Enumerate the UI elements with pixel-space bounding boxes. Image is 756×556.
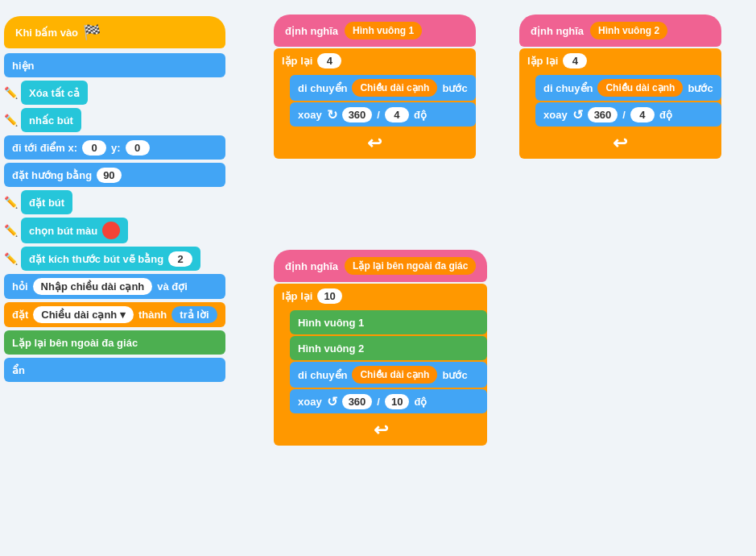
loop-top-2[interactable]: lặp lại 4	[519, 48, 721, 73]
loop-arrow-2: ↩	[613, 133, 627, 154]
dat-but-row: ✏️ đặt bút	[4, 190, 225, 214]
outer-loop-stack: định nghĩa Lặp lại bên ngoài đa giác lặp…	[274, 250, 487, 446]
define-hinh-vuong-1[interactable]: định nghĩa Hình vuông 1	[274, 15, 476, 47]
size-block[interactable]: đặt kích thước bút vẽ bằng 2	[21, 247, 200, 271]
hat-block[interactable]: Khi bấm vào 🏁	[4, 16, 225, 48]
define-outer-loop[interactable]: định nghĩa Lặp lại bên ngoài đa giác	[274, 250, 487, 282]
pencil-icon3: ✏️	[4, 196, 18, 209]
loop-arrow-outer: ↩	[374, 420, 388, 441]
turn-4-2[interactable]: 4	[630, 107, 655, 122]
turn-360-1[interactable]: 360	[342, 107, 373, 122]
loop-top-1[interactable]: lặp lại 4	[274, 48, 476, 73]
x-input[interactable]: 0	[82, 140, 106, 156]
hinh-vuong-2-param: Hình vuông 2	[590, 22, 667, 39]
loop-count-1[interactable]: 4	[317, 53, 341, 68]
outer-loop-param: Lặp lại bên ngoài đa giác	[345, 257, 476, 275]
xoa-row: ✏️ Xóa tất cả	[4, 81, 225, 105]
move-block-2[interactable]: di chuyển Chiều dài cạnh bước	[535, 75, 721, 101]
color-circle[interactable]	[102, 222, 120, 239]
move-param-1: Chiều dài cạnh	[352, 79, 437, 97]
define-hinh-vuong-2[interactable]: định nghĩa Hình vuông 2	[519, 15, 721, 47]
size-row: ✏️ đặt kích thước bút vẽ bằng 2	[4, 247, 225, 271]
outer-loop-call[interactable]: Lặp lại bên ngoài đa giác	[4, 330, 225, 355]
direction-input[interactable]: 90	[97, 168, 121, 183]
turn-4-1[interactable]: 4	[385, 107, 409, 122]
turn-10-outer[interactable]: 10	[385, 394, 409, 409]
left-panel: Khi bấm vào 🏁 hiện ✏️ Xóa tất cả ✏️ nhấc…	[4, 16, 225, 382]
turn-360-2[interactable]: 360	[588, 107, 618, 122]
turn-block-1[interactable]: xoay ↻ 360 / 4 độ	[290, 102, 476, 127]
move-param-2: Chiều dài cạnh	[597, 79, 683, 97]
var-name[interactable]: Chiều dài cạnh ▾	[33, 306, 134, 323]
loop-arrow-1: ↩	[367, 133, 382, 154]
turn-icon-outer: ↺	[327, 394, 337, 409]
dat-but-block[interactable]: đặt bút	[21, 190, 72, 214]
turn-icon-1: ↻	[327, 107, 337, 122]
size-input[interactable]: 2	[168, 251, 192, 267]
turn-block-outer[interactable]: xoay ↺ 360 / 10 độ	[290, 389, 487, 413]
set-var-block[interactable]: đặt Chiều dài cạnh ▾ thành trả lời	[4, 302, 225, 327]
loop-hinh-vuong-2: lặp lại 4 di chuyển Chiều dài cạnh bước …	[519, 48, 721, 159]
set-direction-block[interactable]: đặt hướng bằng 90	[4, 163, 225, 187]
call-hinh-vuong-2[interactable]: Hình vuông 2	[290, 336, 487, 360]
pencil-icon2: ✏️	[4, 114, 18, 127]
goto-block[interactable]: đi tới điểm x: 0 y: 0	[4, 135, 225, 160]
move-param-outer: Chiều dài cạnh	[352, 366, 437, 384]
loop-bottom-outer: ↩	[274, 415, 487, 446]
hinh-vuong-1-param: Hình vuông 1	[345, 22, 422, 39]
loop-bottom-1: ↩	[274, 128, 476, 159]
nhac-block[interactable]: nhấc bút	[21, 108, 81, 132]
hinh-vuong-2-stack: định nghĩa Hình vuông 2 lặp lại 4 di chu…	[519, 15, 721, 159]
hide-block[interactable]: ẩn	[4, 358, 225, 382]
loop-count-outer[interactable]: 10	[317, 288, 341, 304]
ask-block[interactable]: hỏi Nhập chiều dài cạnh và đợi	[4, 274, 225, 299]
hinh-vuong-1-stack: định nghĩa Hình vuông 1 lặp lại 4 di chu…	[274, 15, 476, 159]
pencil-icon4: ✏️	[4, 224, 18, 237]
loop-count-2[interactable]: 4	[563, 53, 587, 68]
nhac-row: ✏️ nhấc bút	[4, 108, 225, 132]
flag-icon: 🏁	[83, 23, 101, 41]
pencil-icon5: ✏️	[4, 252, 18, 265]
turn-icon-2: ↺	[572, 107, 583, 122]
chon-but-mau-row: ✏️ chọn bút màu	[4, 218, 225, 243]
ask-text[interactable]: Nhập chiều dài cạnh	[33, 278, 153, 295]
answer-block[interactable]: trả lời	[171, 306, 217, 323]
xoa-block[interactable]: Xóa tất cả	[21, 81, 88, 105]
chon-but-mau-block[interactable]: chọn bút màu	[21, 218, 128, 243]
turn-360-outer[interactable]: 360	[342, 394, 373, 409]
hat-block-label: Khi bấm vào	[15, 27, 78, 39]
move-block-outer[interactable]: di chuyển Chiều dài cạnh bước	[290, 362, 487, 388]
hien-block[interactable]: hiện	[4, 53, 225, 77]
outer-loop-body: lặp lại 10 Hình vuông 1 Hình vuông 2 di …	[274, 284, 487, 446]
turn-block-2[interactable]: xoay ↺ 360 / 4 độ	[535, 102, 721, 127]
pencil-icon: ✏️	[4, 86, 18, 99]
move-block-1[interactable]: di chuyển Chiều dài cạnh bước	[290, 75, 476, 101]
loop-bottom-2: ↩	[519, 128, 721, 159]
y-input[interactable]: 0	[126, 140, 150, 156]
call-hinh-vuong-1[interactable]: Hình vuông 1	[290, 310, 487, 334]
loop-top-outer[interactable]: lặp lại 10	[274, 284, 487, 309]
loop-hinh-vuong-1: lặp lại 4 di chuyển Chiều dài cạnh bước …	[274, 48, 476, 159]
